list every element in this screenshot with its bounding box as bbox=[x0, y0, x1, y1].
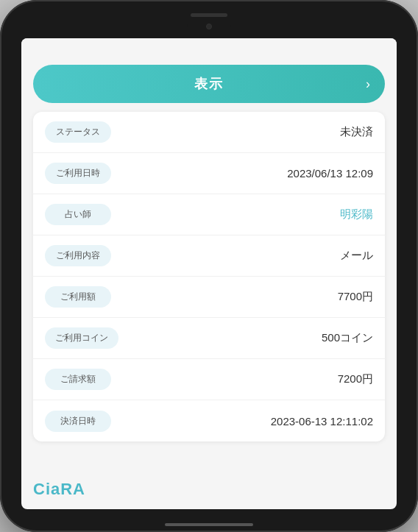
phone-frame: 表示 › ステータス 未決済 ご利用日時 2023/06/13 12:09 占い… bbox=[0, 0, 418, 532]
label-date: ご利用日時 bbox=[45, 163, 111, 184]
table-row: ご利用コイン 500コイン bbox=[33, 318, 385, 359]
table-row: ご利用内容 メール bbox=[33, 235, 385, 277]
value-fortune-link[interactable]: 明彩陽 bbox=[111, 208, 373, 221]
label-status: ステータス bbox=[45, 121, 111, 143]
value-date: 2023/06/13 12:09 bbox=[111, 167, 373, 180]
value-usage-amount: 7700円 bbox=[111, 290, 373, 304]
label-fortune: 占い師 bbox=[45, 204, 111, 225]
value-usage-content: メール bbox=[111, 249, 373, 263]
table-row: ステータス 未決済 bbox=[33, 112, 385, 153]
display-button-label: 表示 bbox=[194, 75, 224, 93]
label-payment-date: 決済日時 bbox=[45, 411, 111, 432]
label-usage-amount: ご利用額 bbox=[45, 286, 111, 308]
info-card: ステータス 未決済 ご利用日時 2023/06/13 12:09 占い師 明彩陽… bbox=[33, 112, 385, 441]
label-billing: ご請求額 bbox=[45, 369, 111, 390]
top-bar bbox=[21, 38, 397, 59]
table-row: ご請求額 7200円 bbox=[33, 359, 385, 400]
value-usage-coins: 500コイン bbox=[118, 331, 373, 345]
brand-label: CiaRA bbox=[33, 480, 85, 499]
camera-dot bbox=[206, 24, 212, 29]
value-payment-date: 2023-06-13 12:11:02 bbox=[111, 415, 373, 428]
table-row: ご利用日時 2023/06/13 12:09 bbox=[33, 153, 385, 194]
table-row: ご利用額 7700円 bbox=[33, 277, 385, 318]
label-usage-content: ご利用内容 bbox=[45, 245, 111, 266]
phone-screen: 表示 › ステータス 未決済 ご利用日時 2023/06/13 12:09 占い… bbox=[21, 38, 397, 509]
label-usage-coins: ご利用コイン bbox=[45, 327, 118, 349]
value-status: 未決済 bbox=[111, 125, 373, 139]
camera-notch bbox=[187, 21, 231, 32]
table-row: 決済日時 2023-06-13 12:11:02 bbox=[33, 400, 385, 441]
display-button-arrow: › bbox=[366, 77, 370, 92]
speaker bbox=[191, 13, 227, 17]
value-billing: 7200円 bbox=[111, 372, 373, 386]
table-row: 占い師 明彩陽 bbox=[33, 194, 385, 235]
home-indicator[interactable] bbox=[165, 523, 253, 526]
display-button[interactable]: 表示 › bbox=[33, 65, 385, 103]
